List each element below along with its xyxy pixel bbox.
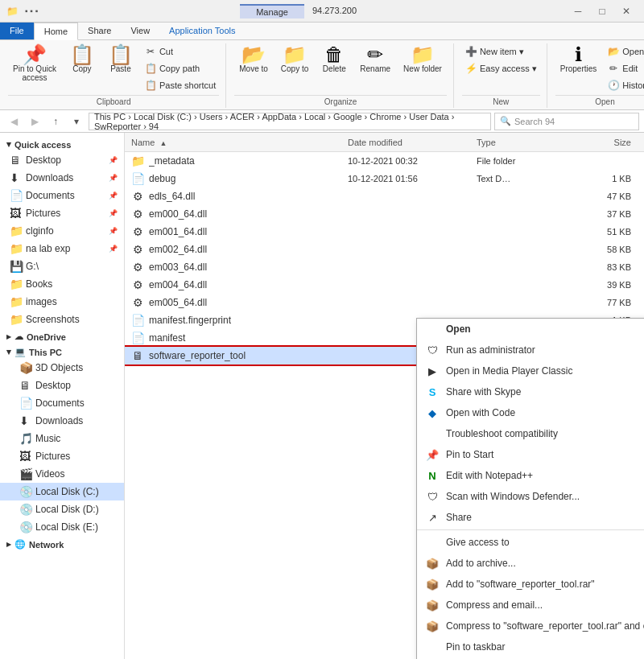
quick-access-section[interactable]: ▾ Quick access [0, 136, 124, 151]
back-button[interactable]: ◀ [5, 113, 23, 130]
file-row-edls[interactable]: ⚙ edls_64.dll 47 KB [125, 187, 644, 205]
sidebar-item-pictures2[interactable]: 🖼 Pictures [0, 447, 124, 465]
tab-share[interactable]: Share [78, 23, 121, 39]
easy-access-button[interactable]: ⚡ Easy access ▾ [462, 60, 540, 76]
ctx-pin-start[interactable]: 📌 Pin to Start [417, 444, 644, 465]
maximize-button[interactable]: □ [591, 3, 613, 19]
copy-to-button[interactable]: 📁 Copy to [276, 43, 313, 75]
new-folder-button[interactable]: 📁 New folder [398, 43, 447, 75]
ctx-scan-defender[interactable]: 🛡 Scan with Windows Defender... [417, 486, 644, 507]
sidebar-item-na-lab-exp[interactable]: 📁 na lab exp 📌 [0, 240, 124, 257]
ctx-troubleshoot[interactable]: Troubleshoot compatibility [417, 423, 644, 444]
copy-path-label: Copy path [159, 64, 200, 73]
file-row-em000[interactable]: ⚙ em000_64.dll 37 KB [125, 205, 644, 223]
minimize-button[interactable]: ─ [567, 3, 589, 19]
file-row-metadata[interactable]: 📁 _metadata 10-12-2021 00:32 File folder [125, 152, 644, 170]
history-icon: 🕐 [608, 80, 619, 91]
new-item-button[interactable]: ➕ New item ▾ [462, 43, 540, 60]
file-row-em003[interactable]: ⚙ em003_64.dll 83 KB [125, 258, 644, 276]
sidebar-item-desktop2[interactable]: 🖥 Desktop [0, 377, 124, 394]
open-button[interactable]: 📂 Open ▾ [605, 43, 644, 60]
file-row-debug[interactable]: 📄 debug 10-12-2021 01:56 Text D… 1 KB [125, 170, 644, 187]
ctx-give-access[interactable]: Give access to › [417, 532, 644, 553]
paste-shortcut-button[interactable]: 📋 Paste shortcut [142, 77, 219, 93]
tab-home[interactable]: Home [34, 23, 78, 40]
network-section[interactable]: ▸ 🌐 Network [0, 536, 124, 551]
forward-button[interactable]: ▶ [26, 113, 43, 130]
sidebar-item-images[interactable]: 📁 images [0, 293, 124, 311]
sidebar-local-disk-c-label: Local Disk (C:) [35, 486, 99, 497]
file-name-em000: em000_64.dll [149, 208, 348, 220]
ctx-open-media-player[interactable]: ▶ Open in Media Player Classic [417, 360, 644, 381]
ctx-notepadpp[interactable]: N Edit with Notepad++ [417, 465, 644, 486]
file-row-em004[interactable]: ⚙ em004_64.dll 39 KB [125, 276, 644, 294]
ctx-compress-email[interactable]: 📦 Compress and email... [417, 595, 644, 616]
sidebar-item-documents2[interactable]: 📄 Documents [0, 394, 124, 412]
ctx-pin-taskbar[interactable]: Pin to taskbar [417, 636, 644, 657]
network-expand-icon: ▸ [6, 539, 11, 550]
search-box[interactable]: 🔍 Search 94 [494, 113, 639, 130]
ctx-open-label: Open [446, 323, 471, 335]
ctx-add-rar[interactable]: 📦 Add to "software_reporter_tool.rar" [417, 574, 644, 595]
file-row-em002[interactable]: ⚙ em002_64.dll 58 KB [125, 241, 644, 258]
close-button[interactable]: ✕ [615, 3, 638, 19]
sidebar-item-desktop[interactable]: 🖥 Desktop 📌 [0, 151, 124, 169]
sidebar-item-local-disk-e[interactable]: 💿 Local Disk (E:) [0, 518, 124, 536]
tab-file[interactable]: File [0, 23, 34, 39]
sidebar-item-downloads2[interactable]: ⬇ Downloads [0, 412, 124, 430]
file-name-edls: edls_64.dll [149, 191, 348, 202]
col-date-header[interactable]: Date modified [348, 138, 477, 147]
onedrive-section[interactable]: ▸ ☁ OneDrive [0, 328, 124, 344]
folder-icon-metadata: 📁 [131, 154, 144, 167]
move-to-button[interactable]: 📂 Move to [234, 43, 273, 75]
sidebar-item-screenshots[interactable]: 📁 Screenshots [0, 311, 124, 328]
ctx-share[interactable]: ↗ Share [417, 507, 644, 528]
sidebar-item-books[interactable]: 📁 Books [0, 275, 124, 293]
manage-tab-label[interactable]: Manage [240, 4, 304, 19]
sidebar-videos-label: Videos [35, 468, 64, 480]
sidebar-item-local-disk-c[interactable]: 💿 Local Disk (C:) [0, 483, 124, 500]
history-button[interactable]: 🕐 History [605, 77, 644, 93]
pin-to-quick-access-button[interactable]: 📌 Pin to Quickaccess [8, 43, 61, 84]
ctx-open-vscode[interactable]: ◆ Open with Code [417, 402, 644, 423]
sidebar-3d-label: 3D Objects [35, 362, 83, 373]
up-button[interactable]: ↑ [47, 113, 64, 130]
file-row-em001[interactable]: ⚙ em001_64.dll 51 KB [125, 223, 644, 241]
properties-button[interactable]: ℹ Properties [555, 43, 602, 75]
recent-button[interactable]: ▾ [68, 113, 85, 130]
tab-application-tools[interactable]: Application Tools [159, 23, 245, 39]
ctx-run-as-admin[interactable]: 🛡 Run as administrator [417, 340, 644, 360]
col-name-header[interactable]: Name ▲ [131, 138, 348, 147]
sidebar-item-clginfo[interactable]: 📁 clginfo 📌 [0, 222, 124, 240]
paste-button-large[interactable]: 📋 Paste [103, 43, 138, 75]
rename-button[interactable]: ✏ Rename [355, 43, 395, 75]
col-size-header[interactable]: Size [573, 138, 638, 147]
sidebar-item-g-drive[interactable]: 💾 G:\ [0, 257, 124, 275]
copy-path-button[interactable]: 📋 Copy path [142, 60, 219, 76]
sidebar-item-music[interactable]: 🎵 Music [0, 430, 124, 447]
col-type-header[interactable]: Type [477, 138, 573, 147]
ctx-compress-rar-email-icon: 📦 [425, 620, 440, 632]
sidebar-item-videos[interactable]: 🎬 Videos [0, 465, 124, 483]
ctx-share-skype[interactable]: S Share with Skype [417, 381, 644, 402]
ctx-add-archive[interactable]: 📦 Add to archive... [417, 553, 644, 574]
this-pc-section[interactable]: ▾ 💻 This PC [0, 344, 124, 359]
sidebar-item-documents[interactable]: 📄 Documents 📌 [0, 187, 124, 204]
address-path[interactable]: This PC › Local Disk (C:) › Users › ACER… [89, 113, 491, 130]
file-row-em005[interactable]: ⚙ em005_64.dll 77 KB [125, 294, 644, 311]
tab-view[interactable]: View [121, 23, 159, 39]
delete-button[interactable]: 🗑 Delete [316, 43, 352, 75]
folder-icon: 📁 [6, 6, 19, 17]
file-icon-manifest-fp: 📄 [131, 314, 144, 327]
ctx-compress-rar-email[interactable]: 📦 Compress to "software_reporter_tool.ra… [417, 616, 644, 636]
copy-to-icon: 📁 [283, 45, 307, 64]
books-icon: 📁 [10, 278, 23, 290]
ctx-open[interactable]: Open [417, 319, 644, 340]
sidebar-item-downloads[interactable]: ⬇ Downloads 📌 [0, 169, 124, 187]
sidebar-item-3d-objects[interactable]: 📦 3D Objects [0, 359, 124, 377]
edit-button[interactable]: ✏ Edit [605, 60, 644, 76]
cut-button[interactable]: ✂ Cut [142, 43, 219, 60]
sidebar-item-local-disk-d[interactable]: 💿 Local Disk (D:) [0, 500, 124, 518]
copy-button-large[interactable]: 📋 Copy [64, 43, 100, 75]
sidebar-item-pictures[interactable]: 🖼 Pictures 📌 [0, 204, 124, 222]
